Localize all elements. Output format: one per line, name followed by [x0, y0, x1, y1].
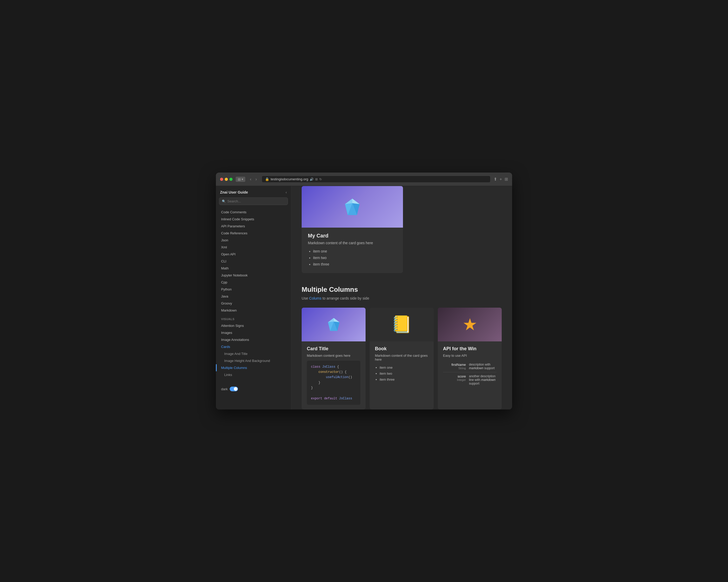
new-tab-icon[interactable]: +: [500, 177, 502, 182]
search-input[interactable]: [227, 199, 285, 203]
address-bar[interactable]: 🔒 testingisdocumenting.org 🔊 ⊞ ↻: [262, 176, 491, 183]
api-name-col-2: score Integer: [443, 374, 469, 385]
api-param-name-1: firstName: [443, 363, 466, 367]
col-card-image-star: ★: [438, 308, 502, 341]
sidebar-item-json[interactable]: Json: [216, 237, 291, 244]
sidebar-item-multiple-columns[interactable]: Multiple Columns: [216, 364, 291, 371]
toggle-knob: [234, 387, 237, 391]
back-button[interactable]: ‹: [249, 177, 253, 182]
sidebar-title: Znai User Guide: [220, 190, 248, 194]
traffic-lights: [220, 178, 233, 181]
col-card-title-3: API for the Win: [443, 346, 496, 351]
book-icon: 📒: [391, 315, 412, 334]
sidebar-item-code-refs[interactable]: Code References: [216, 230, 291, 237]
api-param-type-2: Integer: [443, 378, 466, 381]
sidebar-item-code-comments[interactable]: Code Comments: [216, 209, 291, 216]
sidebar-header: Znai User Guide ‹: [216, 190, 291, 197]
sidebar-item-cli[interactable]: CLI: [216, 258, 291, 265]
sidebar-item-markdown[interactable]: Markdown: [216, 307, 291, 314]
search-box[interactable]: 🔍: [219, 197, 288, 205]
search-icon: 🔍: [222, 200, 226, 203]
browser-window: ▤ ▾ ‹ › 🔒 testingisdocumenting.org 🔊 ⊞ ↻…: [216, 173, 512, 409]
sidebar-item-image-and-title[interactable]: Image And Title: [216, 350, 291, 357]
col-card-desc-2: Markdown content of the card goes here: [375, 353, 428, 362]
sidebar-item-links[interactable]: Links: [216, 371, 291, 378]
sidebar-item-inlined-code[interactable]: Inlined Code Snippets: [216, 216, 291, 223]
col-card-body-api: API for the Win Easy to use API firstNam…: [438, 341, 502, 392]
sidebar-toggle-button[interactable]: ▤ ▾: [236, 177, 245, 182]
col-card-list-book: item one item two item three: [375, 365, 428, 383]
sidebar-item-groovy[interactable]: Groovy: [216, 300, 291, 307]
list-item: item two: [313, 255, 397, 261]
api-desc-col-2: another description line with markdown s…: [469, 374, 496, 385]
section-subtext: Use Colums to arrange cards side by side: [302, 296, 502, 300]
colums-link[interactable]: Colums: [309, 296, 321, 300]
api-desc-col-1: description with markdown support: [469, 363, 496, 370]
sidebar-item-image-height[interactable]: Image Height And Background: [216, 357, 291, 364]
title-bar-right: ⬆ + ⊞: [494, 177, 508, 182]
col-card-book: 📒 Book Markdown content of the card goes…: [370, 308, 434, 409]
col-card-body-code: Card Title Markdown content goes here cl…: [302, 341, 366, 409]
translate-icon: ⊞: [315, 178, 318, 181]
card-list: item one item two item three: [308, 248, 397, 268]
sidebar-item-image-annotations[interactable]: Image Annotations: [216, 336, 291, 343]
sidebar-item-math[interactable]: Math: [216, 265, 291, 272]
sidebar-item-open-api[interactable]: Open API: [216, 251, 291, 258]
list-item: item two: [380, 371, 428, 376]
sidebar-item-xml[interactable]: Xml: [216, 244, 291, 251]
card-description: Markdown content of the card goes here: [308, 241, 397, 245]
sidebar-collapse-button[interactable]: ‹: [286, 190, 287, 194]
col-card-image-diamond: [302, 308, 366, 341]
sidebar-item-cards[interactable]: Cards: [216, 343, 291, 350]
toggle-switch[interactable]: [230, 387, 238, 391]
audio-icon: 🔊: [310, 178, 314, 181]
col-card-desc-1: Markdown content goes here: [307, 353, 360, 358]
card-image-area: [302, 186, 403, 228]
star-icon: ★: [463, 315, 477, 334]
sidebar-item-python[interactable]: Python: [216, 286, 291, 293]
list-item: item three: [313, 261, 397, 268]
code-block: class JsClass { constructor() { usefulAc…: [307, 361, 360, 405]
content-area: My Card Markdown content of the card goe…: [291, 186, 512, 409]
dark-mode-toggle[interactable]: dark: [216, 382, 291, 391]
sidebar-item-api-params[interactable]: API Parameters: [216, 223, 291, 230]
section-heading: Multiple Columns: [302, 286, 502, 294]
sidebar-item-images[interactable]: Images: [216, 329, 291, 336]
list-item: item three: [380, 376, 428, 382]
diamond-icon-small: [327, 317, 341, 332]
nav-arrows: ‹ ›: [249, 177, 259, 182]
col-card-desc-3: Easy to use API: [443, 353, 496, 358]
tabs-icon[interactable]: ⊞: [504, 177, 508, 182]
sidebar-icon: ▤: [238, 178, 241, 181]
sidebar-item-attention-signs[interactable]: Attention Signs: [216, 322, 291, 329]
diamond-icon: [343, 198, 361, 216]
maximize-button[interactable]: [229, 178, 233, 181]
minimize-button[interactable]: [225, 178, 228, 181]
sidebar: Znai User Guide ‹ 🔍 Code Comments Inline…: [216, 186, 291, 409]
sidebar-dropdown-icon: ▾: [242, 178, 243, 181]
multiple-columns-section: Multiple Columns Use Colums to arrange c…: [302, 286, 502, 409]
url-text: testingisdocumenting.org: [271, 177, 308, 181]
forward-button[interactable]: ›: [254, 177, 258, 182]
col-card-title-2: Book: [375, 346, 428, 351]
col-card-body-book: Book Markdown content of the card goes h…: [370, 341, 434, 388]
top-card: My Card Markdown content of the card goe…: [302, 186, 403, 273]
app-layout: Znai User Guide ‹ 🔍 Code Comments Inline…: [216, 186, 512, 409]
api-params-table: firstName String description with markdo…: [443, 361, 496, 388]
api-param-type-1: String: [443, 367, 466, 370]
share-icon[interactable]: ⬆: [494, 177, 497, 182]
refresh-icon[interactable]: ↻: [319, 178, 322, 181]
dark-label: dark: [221, 387, 228, 391]
columns-grid: Card Title Markdown content goes here cl…: [302, 308, 502, 409]
sidebar-item-cpp[interactable]: Cpp: [216, 279, 291, 286]
address-bar-icons: 🔊 ⊞ ↻: [310, 178, 322, 181]
api-name-col-1: firstName String: [443, 363, 469, 370]
list-item: item one: [380, 365, 428, 371]
list-item: item one: [313, 248, 397, 255]
close-button[interactable]: [220, 178, 223, 181]
lock-icon: 🔒: [265, 177, 269, 181]
sidebar-item-java[interactable]: Java: [216, 293, 291, 300]
sidebar-item-jupyter[interactable]: Jupyter Notebook: [216, 272, 291, 279]
api-param-name-2: score: [443, 374, 466, 378]
col-card-image-book: 📒: [370, 308, 434, 341]
